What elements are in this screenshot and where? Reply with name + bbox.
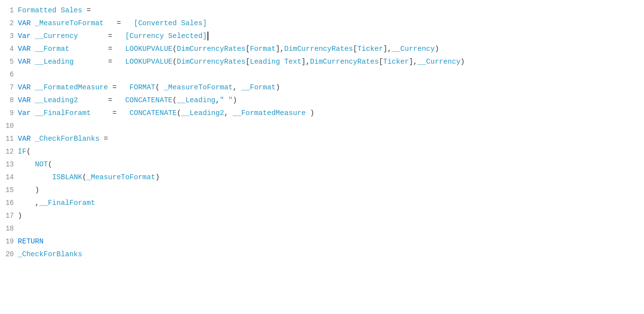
- code-segment: __Currency: [35, 30, 78, 42]
- line-number-12: 12: [4, 145, 14, 158]
- code-line-6: [18, 68, 644, 81]
- code-line-2: VAR _MeasureToFormat = [Converted Sales]: [18, 17, 644, 30]
- code-segment: (: [155, 81, 163, 94]
- code-segment: DimCurrencyRates: [177, 55, 245, 68]
- code-segment: [31, 30, 35, 42]
- code-segment: (: [82, 171, 87, 184]
- code-segment: __Leading: [177, 94, 215, 107]
- code-segment: =: [78, 94, 113, 107]
- code-editor[interactable]: 1234567891011121314151617181920 Formatte…: [0, 0, 644, 314]
- code-segment: (: [26, 145, 31, 158]
- code-segment: =: [91, 107, 117, 119]
- line-number-6: 6: [4, 68, 14, 81]
- line-number-8: 8: [4, 94, 14, 107]
- code-segment: [31, 42, 35, 55]
- line-number-7: 7: [4, 81, 14, 94]
- code-segment: DimCurrencyRates: [284, 42, 353, 55]
- code-segment: ): [435, 42, 439, 55]
- code-segment: [Converted Sales]: [134, 17, 207, 30]
- code-segment: ],: [409, 55, 417, 68]
- code-segment: =: [74, 55, 112, 68]
- code-line-5: VAR __Leading = LOOKUPVALUE(DimCurrencyR…: [18, 55, 644, 68]
- code-line-15: ): [18, 184, 644, 196]
- code-segment: ],: [383, 42, 392, 55]
- line-number-17: 17: [4, 209, 14, 222]
- code-segment: _CheckForBlanks: [35, 132, 100, 145]
- code-line-17: ): [18, 209, 644, 222]
- code-segment: [31, 55, 35, 68]
- code-segment: =: [99, 132, 108, 145]
- code-segment: __Currency: [392, 42, 435, 55]
- code-segment: =: [82, 4, 91, 17]
- code-segment: __FormatedMeasure: [35, 81, 108, 94]
- code-segment: ): [306, 107, 314, 119]
- code-line-16: ,__FinalForamt: [18, 196, 644, 209]
- code-line-20: _CheckForBlanks: [18, 248, 644, 261]
- code-segment: LOOKUPVALUE: [125, 42, 173, 55]
- code-line-12: IF(: [18, 145, 644, 158]
- code-segment: [: [379, 55, 383, 68]
- code-segment: __FormatedMeasure: [233, 107, 306, 119]
- line-number-1: 1: [4, 4, 14, 17]
- code-segment: [31, 17, 35, 30]
- line-number-4: 4: [4, 42, 14, 55]
- code-segment: VAR: [18, 42, 31, 55]
- code-segment: [31, 81, 35, 94]
- line-number-16: 16: [4, 196, 14, 209]
- code-segment: DimCurrencyRates: [177, 42, 245, 55]
- code-segment: _MeasureToFormat: [86, 171, 155, 184]
- code-line-3: Var __Currency = [Currency Selected]: [18, 30, 644, 42]
- code-line-18: [18, 222, 644, 235]
- code-segment: VAR: [18, 132, 31, 145]
- code-segment: [112, 55, 125, 68]
- code-segment: CONCATENATE: [125, 94, 173, 107]
- code-segment: Format: [250, 42, 276, 55]
- code-segment: ISBLANK: [52, 171, 82, 184]
- line-number-10: 10: [4, 119, 14, 132]
- code-line-4: VAR __Format = LOOKUPVALUE(DimCurrencyRa…: [18, 42, 644, 55]
- code-segment: CONCATENATE: [129, 107, 177, 119]
- code-line-1: Formatted Sales =: [18, 4, 644, 17]
- code-segment: ): [233, 94, 237, 107]
- code-segment: ): [18, 184, 40, 196]
- line-number-14: 14: [4, 171, 14, 184]
- code-segment: Ticker: [357, 42, 383, 55]
- code-segment: __FinalForamt: [40, 196, 95, 209]
- code-segment: NOT: [35, 158, 48, 171]
- line-number-19: 19: [4, 235, 14, 248]
- code-line-7: VAR __FormatedMeasure = FORMAT( _Measure…: [18, 81, 644, 94]
- code-segment: _CheckForBlanks: [18, 248, 82, 261]
- code-segment: VAR: [18, 17, 31, 30]
- code-segment: [117, 107, 129, 119]
- code-segment: [Currency Selected]: [125, 30, 207, 42]
- line-numbers: 1234567891011121314151617181920: [0, 2, 18, 312]
- code-segment: Leading Text: [250, 55, 301, 68]
- code-segment: __Leading2: [181, 107, 224, 119]
- code-segment: [121, 17, 134, 30]
- code-segment: [: [353, 42, 358, 55]
- code-segment: =: [78, 30, 113, 42]
- code-segment: (: [48, 158, 52, 171]
- line-number-18: 18: [4, 222, 14, 235]
- line-number-2: 2: [4, 17, 14, 30]
- code-line-8: VAR __Leading2 = CONCATENATE(__Leading,"…: [18, 94, 644, 107]
- code-segment: ): [18, 209, 22, 222]
- code-segment: (: [172, 42, 177, 55]
- code-segment: ,: [233, 81, 241, 94]
- line-number-15: 15: [4, 184, 14, 196]
- code-segment: (: [177, 107, 181, 119]
- code-segment: Var: [18, 107, 31, 119]
- code-segment: ],: [276, 42, 284, 55]
- code-segment: __FinalForamt: [35, 107, 91, 119]
- code-line-11: VAR _CheckForBlanks =: [18, 132, 644, 145]
- text-cursor: [207, 32, 208, 40]
- code-segment: IF: [18, 145, 26, 158]
- code-segment: [117, 81, 129, 94]
- code-segment: ): [155, 171, 160, 184]
- code-line-9: Var __FinalForamt = CONCATENATE(__Leadin…: [18, 107, 644, 119]
- code-segment: [112, 30, 125, 42]
- code-segment: [18, 158, 35, 171]
- code-segment: [18, 171, 52, 184]
- code-segment: Ticker: [383, 55, 409, 68]
- code-segment: VAR: [18, 94, 31, 107]
